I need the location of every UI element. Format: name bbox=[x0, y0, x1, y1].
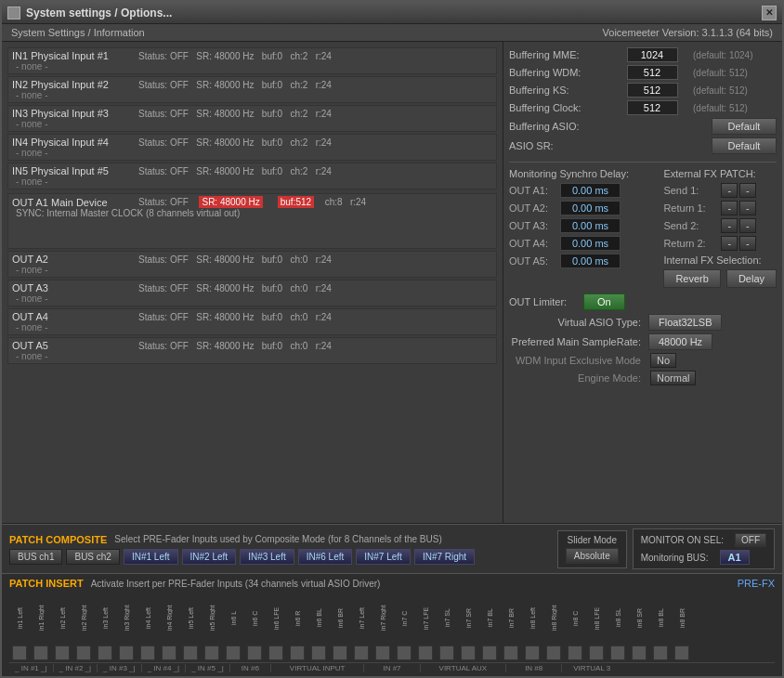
monitor-sel-title-row: MONITOR ON SEL: OFF bbox=[641, 533, 766, 547]
return2-btn2[interactable]: - bbox=[739, 236, 756, 251]
channel-button-29[interactable] bbox=[632, 645, 647, 660]
channel-button-8[interactable] bbox=[183, 645, 198, 660]
channel-col-10: in6 L bbox=[223, 593, 243, 660]
send1-btn2[interactable]: - bbox=[739, 183, 756, 198]
send2-btn1[interactable]: - bbox=[721, 218, 738, 233]
channel-button-0[interactable] bbox=[12, 645, 27, 660]
slider-mode-title: Slider Mode bbox=[568, 535, 617, 545]
channel-button-15[interactable] bbox=[333, 645, 347, 660]
engine-mode-button[interactable]: Normal bbox=[650, 371, 696, 385]
channel-button-28[interactable] bbox=[610, 645, 625, 660]
channel-button-11[interactable] bbox=[247, 645, 262, 660]
channel-button-20[interactable] bbox=[439, 645, 454, 660]
channel-button-25[interactable] bbox=[546, 645, 561, 660]
channel-button-21[interactable] bbox=[461, 645, 476, 660]
channel-button-6[interactable] bbox=[140, 645, 155, 660]
channel-col-29: in8 SR bbox=[629, 593, 649, 660]
channel-button-22[interactable] bbox=[482, 645, 497, 660]
send1-row: Send 1: - - bbox=[663, 183, 777, 198]
channel-button-13[interactable] bbox=[290, 645, 305, 660]
absolute-button[interactable]: Absolute bbox=[566, 548, 619, 564]
patch-bus-ch1[interactable]: BUS ch1 bbox=[9, 549, 62, 565]
channel-button-17[interactable] bbox=[375, 645, 390, 660]
send2-row: Send 2: - - bbox=[663, 218, 777, 233]
channel-button-2[interactable] bbox=[55, 645, 70, 660]
pre-fx-label: PRE-FX bbox=[738, 578, 775, 589]
channel-button-3[interactable] bbox=[76, 645, 91, 660]
slider-mode-box: Slider Mode Absolute bbox=[557, 530, 627, 568]
monitor-on-sel-off-button[interactable]: OFF bbox=[735, 533, 766, 547]
buffering-asio-button[interactable]: Default bbox=[712, 118, 777, 135]
channel-button-4[interactable] bbox=[98, 645, 112, 660]
send1-btn1[interactable]: - bbox=[721, 183, 738, 198]
channel-button-10[interactable] bbox=[226, 645, 241, 660]
virtual-asio-type-button[interactable]: Float32LSB bbox=[648, 314, 722, 331]
patch-in3-left[interactable]: IN#3 Left bbox=[240, 549, 294, 565]
channel-button-18[interactable] bbox=[397, 645, 412, 660]
buffering-mme-label: Buffering MME: bbox=[509, 49, 611, 60]
channel-button-30[interactable] bbox=[653, 645, 668, 660]
patch-bus-ch2[interactable]: BUS ch2 bbox=[66, 549, 119, 565]
channel-button-23[interactable] bbox=[503, 645, 518, 660]
monitoring-section: Monitoring Synchro Delay: OUT A1: 0.00 m… bbox=[509, 162, 777, 385]
channel-button-12[interactable] bbox=[268, 645, 283, 660]
window-title: System settings / Options... bbox=[26, 7, 172, 20]
device-in2: IN2 Physical Input #2 Status: OFF SR: 48… bbox=[7, 76, 497, 103]
main-content: IN1 Physical Input #1 Status: OFF SR: 48… bbox=[2, 42, 782, 523]
patch-in7-left[interactable]: IN#7 Left bbox=[356, 549, 411, 565]
channel-button-27[interactable] bbox=[589, 645, 604, 660]
out-limiter-button[interactable]: On bbox=[583, 293, 625, 310]
channel-col-13: in6 R bbox=[287, 593, 307, 660]
return2-btn1[interactable]: - bbox=[721, 236, 738, 251]
buffering-section: Buffering MME: 1024 (default: 1024) Buff… bbox=[509, 47, 777, 154]
channel-button-14[interactable] bbox=[311, 645, 326, 660]
patch-composite-desc: Select PRE-Fader Inputs used by Composit… bbox=[114, 534, 441, 544]
channel-label-7: in4 Right bbox=[166, 593, 173, 644]
out-limiter-row: OUT Limiter: On bbox=[509, 293, 777, 310]
preferred-sr-button[interactable]: 48000 Hz bbox=[648, 333, 712, 350]
channel-button-24[interactable] bbox=[525, 645, 540, 660]
wdm-button[interactable]: No bbox=[650, 353, 676, 368]
channel-button-26[interactable] bbox=[568, 645, 582, 660]
channel-button-31[interactable] bbox=[674, 645, 689, 660]
in3-name: IN3 Physical Input #3 bbox=[12, 108, 133, 119]
send2-btn2[interactable]: - bbox=[739, 218, 756, 233]
channel-button-19[interactable] bbox=[418, 645, 433, 660]
patch-in6-left[interactable]: IN#6 Left bbox=[298, 549, 353, 565]
patch-in7-right[interactable]: IN#7 Right bbox=[414, 549, 475, 565]
channel-label-27: in8 LFE bbox=[594, 593, 600, 644]
return1-btn1[interactable]: - bbox=[721, 201, 738, 215]
virtual-asio-type-row: Virtual ASIO Type: Float32LSB bbox=[509, 314, 777, 331]
device-in5: IN5 Physical Input #5 Status: OFF SR: 48… bbox=[7, 163, 497, 189]
channel-label-30: in8 BL bbox=[658, 593, 664, 644]
return2-row: Return 2: - - bbox=[663, 236, 777, 251]
channel-col-16: in7 Left bbox=[351, 593, 372, 660]
asio-sr-button[interactable]: Default bbox=[712, 137, 777, 154]
device-outa3: OUT A3 Status: OFF SR: 48000 Hz buf:0 ch… bbox=[7, 280, 497, 306]
device-list: IN1 Physical Input #1 Status: OFF SR: 48… bbox=[2, 42, 503, 523]
monitor-bus-value[interactable]: A1 bbox=[720, 550, 750, 565]
channel-button-16[interactable] bbox=[354, 645, 369, 660]
buffering-ks-label: Buffering KS: bbox=[509, 85, 611, 96]
buffering-mme-value: 1024 bbox=[627, 47, 678, 62]
buffering-ks-default: (default: 512) bbox=[693, 85, 777, 96]
return1-btn2[interactable]: - bbox=[739, 201, 756, 215]
device-in3: IN3 Physical Input #3 Status: OFF SR: 48… bbox=[7, 105, 497, 132]
outa4-status: Status: OFF SR: 48000 Hz buf:0 ch:0 r:24 bbox=[138, 312, 332, 322]
app-icon bbox=[7, 7, 20, 20]
patch-in1-left[interactable]: IN#1 Left bbox=[124, 549, 178, 565]
mon-a4-value: 0.00 ms bbox=[560, 236, 621, 251]
channel-button-9[interactable] bbox=[204, 645, 219, 660]
channel-button-5[interactable] bbox=[119, 645, 134, 660]
delay-button[interactable]: Delay bbox=[726, 269, 777, 288]
close-button[interactable]: ✕ bbox=[762, 6, 777, 20]
channel-button-1[interactable] bbox=[33, 645, 48, 660]
device-in1: IN1 Physical Input #1 Status: OFF SR: 48… bbox=[7, 47, 497, 74]
mon-a2-row: OUT A2: 0.00 ms bbox=[509, 201, 645, 215]
section-in4: _ IN #4 _| bbox=[142, 664, 187, 672]
channel-col-24: in8 Left bbox=[522, 593, 542, 660]
channel-button-7[interactable] bbox=[162, 645, 176, 660]
channel-label-10: in6 L bbox=[230, 593, 237, 644]
reverb-button[interactable]: Reverb bbox=[663, 269, 720, 288]
patch-in2-left[interactable]: IN#2 Left bbox=[182, 549, 237, 565]
